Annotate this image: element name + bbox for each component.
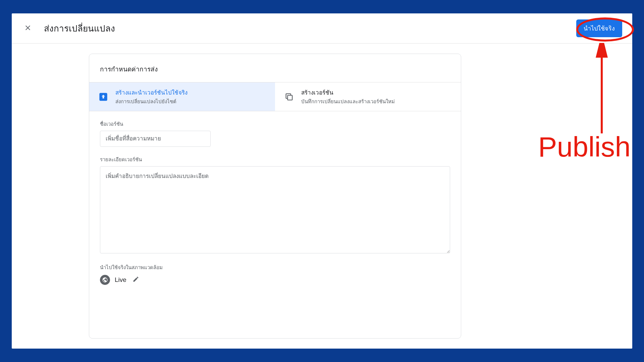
- globe-icon: [100, 275, 110, 285]
- upload-icon: [99, 92, 108, 102]
- option-text: สร้างเวอร์ชัน บันทึกการเปลี่ยนแปลงและสร้…: [301, 88, 395, 106]
- environment-label: นำไปใช้จริงในสภาพแวดล้อม: [100, 263, 450, 272]
- option-title: สร้างเวอร์ชัน: [301, 88, 395, 97]
- publish-button[interactable]: นำไปใช้จริง: [576, 19, 622, 37]
- option-title: สร้างและนำเวอร์ชันไปใช้จริง: [115, 88, 187, 97]
- option-publish-version[interactable]: สร้างและนำเวอร์ชันไปใช้จริง ส่งการเปลี่ย…: [89, 82, 275, 111]
- option-subtitle: ส่งการเปลี่ยนแปลงไปยังไซต์: [115, 98, 187, 106]
- environment-value: Live: [115, 276, 126, 284]
- dialog-title: ส่งการเปลี่ยนแปลง: [44, 21, 566, 35]
- form-section: ชื่อเวอร์ชัน รายละเอียดเวอร์ชัน นำไปใช้จ…: [89, 111, 461, 295]
- version-name-input[interactable]: [100, 131, 211, 147]
- version-desc-label: รายละเอียดเวอร์ชัน: [100, 156, 450, 164]
- pencil-icon: [132, 276, 139, 283]
- option-subtitle: บันทึกการเปลี่ยนแปลงและสร้างเวอร์ชันใหม่: [301, 98, 395, 106]
- card-title: การกำหนดค่าการส่ง: [89, 54, 461, 82]
- edit-environment-button[interactable]: [132, 276, 139, 284]
- option-text: สร้างและนำเวอร์ชันไปใช้จริง ส่งการเปลี่ย…: [115, 88, 187, 106]
- close-button[interactable]: [22, 22, 34, 35]
- svg-rect-2: [287, 95, 292, 100]
- option-create-version[interactable]: สร้างเวอร์ชัน บันทึกการเปลี่ยนแปลงและสร้…: [275, 82, 461, 111]
- environment-row: Live: [100, 275, 450, 285]
- submit-dialog: ส่งการเปลี่ยนแปลง นำไปใช้จริง การกำหนดค่…: [12, 13, 632, 349]
- config-card: การกำหนดค่าการส่ง สร้างและนำเวอร์ชันไปใช…: [89, 54, 461, 339]
- send-options: สร้างและนำเวอร์ชันไปใช้จริง ส่งการเปลี่ย…: [89, 82, 461, 111]
- version-name-label: ชื่อเวอร์ชัน: [100, 120, 450, 128]
- version-desc-textarea[interactable]: [100, 166, 450, 253]
- close-icon: [24, 24, 32, 32]
- copy-icon: [284, 92, 294, 102]
- dialog-body: การกำหนดค่าการส่ง สร้างและนำเวอร์ชันไปใช…: [12, 44, 632, 349]
- dialog-header: ส่งการเปลี่ยนแปลง นำไปใช้จริง: [12, 13, 632, 44]
